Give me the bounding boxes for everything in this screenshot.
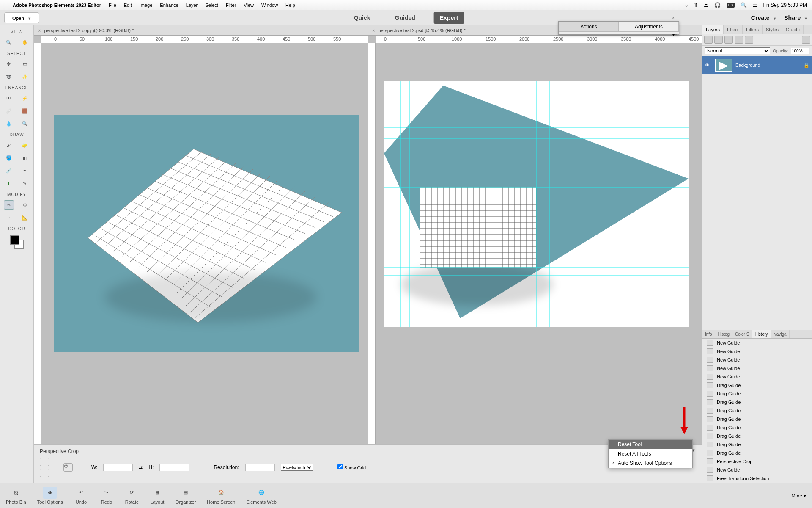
mask-icon[interactable] [735, 36, 743, 44]
zoom-tool-icon[interactable]: 🔍 [4, 38, 14, 47]
menu-select[interactable]: Select [205, 3, 218, 8]
history-item[interactable]: Drag Guide [702, 406, 812, 415]
history-item[interactable]: New Guide [702, 466, 812, 474]
canvas-1[interactable] [41, 43, 368, 500]
home-screen-button[interactable]: 🏠Home Screen [207, 487, 235, 505]
control-center-icon[interactable]: ☰ [753, 2, 757, 8]
hand-tool-icon[interactable]: ✋ [20, 38, 30, 47]
history-item[interactable]: Drag Guide [702, 415, 812, 423]
menu-reset-all-tools[interactable]: Reset All Tools [609, 449, 692, 458]
history-item[interactable]: Drag Guide [702, 432, 812, 440]
history-item[interactable]: Drag Guide [702, 423, 812, 432]
width-input[interactable] [103, 464, 133, 471]
bucket-tool-icon[interactable]: 🪣 [4, 153, 14, 163]
eye-tool-icon[interactable]: 👁 [4, 94, 14, 103]
tool-options-button[interactable]: 🛠Tool Options [37, 487, 63, 505]
text-tool-icon[interactable]: T [4, 179, 14, 188]
spot-heal-tool-icon[interactable]: 🩹 [4, 106, 14, 116]
bluetooth-icon[interactable]: ⌵ [685, 2, 688, 8]
spotlight-icon[interactable]: 🔍 [741, 2, 747, 8]
menu-layer[interactable]: Layer [186, 3, 198, 8]
history-item[interactable]: Drag Guide [702, 440, 812, 449]
tab-adjustments[interactable]: Adjustments [619, 22, 679, 32]
tab-navigator[interactable]: Naviga [771, 330, 790, 338]
menu-view[interactable]: View [244, 3, 254, 8]
close-icon[interactable]: × [672, 16, 675, 20]
recompose-tool-icon[interactable]: ⚙ [20, 200, 30, 210]
undo-button[interactable]: ↶Undo [74, 487, 88, 505]
wifi-icon[interactable]: ⥣ [694, 2, 698, 8]
lasso-tool-icon[interactable]: ➰ [4, 72, 14, 81]
tab-styles[interactable]: Styles [763, 25, 782, 34]
open-button[interactable]: Open▼ [4, 12, 39, 23]
organizer-button[interactable]: ▤Organizer [176, 487, 196, 505]
move-tool-icon[interactable]: ✥ [4, 59, 14, 69]
floating-panel[interactable]: × Actions Adjustments ▾≡ [558, 21, 679, 35]
magic-wand-tool-icon[interactable]: ✨ [20, 72, 30, 81]
brush-tool-icon[interactable]: 🖌 [4, 141, 14, 150]
tab-color-swatches[interactable]: Color S [732, 330, 752, 338]
tab-histogram[interactable]: Histog [715, 330, 732, 338]
clock[interactable]: Fri Sep 29 5:33 PM [763, 2, 807, 8]
new-group-icon[interactable] [714, 36, 723, 44]
gear-icon[interactable]: ⚙ [63, 463, 73, 472]
show-grid-checkbox[interactable]: Show Grid [337, 464, 366, 471]
resolution-input[interactable] [245, 464, 275, 471]
lock-icon[interactable] [745, 36, 753, 44]
swap-icon[interactable]: ⇄ [139, 465, 143, 470]
history-item[interactable]: Perspective Crop [702, 457, 812, 466]
history-item[interactable]: New Guide [702, 339, 812, 347]
history-item[interactable]: Drag Guide [702, 398, 812, 406]
history-item[interactable]: Drag Guide [702, 389, 812, 398]
teeth-tool-icon[interactable]: ⚡ [20, 94, 30, 103]
more-button[interactable]: More ▾ [792, 493, 806, 499]
marquee-tool-icon[interactable]: ▭ [20, 59, 30, 69]
visibility-icon[interactable]: 👁 [705, 63, 712, 68]
mode-guided[interactable]: Guided [389, 12, 421, 24]
history-item[interactable]: New Guide [702, 373, 812, 381]
menu-enhance[interactable]: Enhance [160, 3, 178, 8]
close-icon[interactable]: × [372, 28, 375, 33]
share-button[interactable]: Share ▼ [784, 14, 808, 21]
shape-tool-icon[interactable]: ✦ [20, 166, 30, 175]
tab-actions[interactable]: Actions [559, 22, 619, 32]
perspective-crop-icon[interactable] [40, 469, 49, 477]
history-item[interactable]: New Guide [702, 356, 812, 364]
height-input[interactable] [159, 464, 189, 471]
layout-button[interactable]: ▦Layout [150, 487, 165, 505]
elements-web-button[interactable]: 🌐Elements Web [246, 487, 276, 505]
menu-window[interactable]: Window [261, 3, 278, 8]
redo-button[interactable]: ↷Redo [99, 487, 114, 505]
crop-icon[interactable] [40, 458, 49, 466]
app-name[interactable]: Adobe Photoshop Elements 2023 Editor [13, 3, 101, 8]
tab-history[interactable]: History [752, 330, 771, 338]
tab-layers[interactable]: Layers [702, 25, 724, 34]
trash-icon[interactable] [802, 36, 810, 44]
menu-image[interactable]: Image [140, 3, 153, 8]
create-button[interactable]: Create ▼ [751, 14, 776, 21]
opacity-input[interactable] [791, 48, 809, 54]
doc1-tab[interactable]: ×perspective test 2 copy @ 90.3% (RGB/8)… [34, 25, 368, 36]
photo-bin-button[interactable]: 🖼Photo Bin [6, 487, 26, 505]
color-swatch[interactable] [10, 235, 24, 249]
tab-effects[interactable]: Effect [724, 25, 743, 34]
menu-reset-tool[interactable]: Reset Tool [609, 440, 692, 449]
crop-tool-icon[interactable]: ✂ [4, 200, 14, 210]
input-icon[interactable]: US [727, 3, 735, 8]
ruler-vertical[interactable] [368, 43, 376, 500]
canvas-2[interactable] [376, 43, 702, 500]
menu-file[interactable]: File [109, 3, 116, 8]
layer-thumbnail[interactable] [715, 59, 732, 72]
blend-mode-select[interactable]: Normal [705, 47, 770, 54]
eyedropper-tool-icon[interactable]: 💉 [4, 166, 14, 175]
menu-edit[interactable]: Edit [124, 3, 132, 8]
sponge-tool-icon[interactable]: 🔍 [20, 119, 30, 128]
adjustment-layer-icon[interactable] [724, 36, 733, 44]
straighten-tool-icon[interactable]: 📐 [20, 213, 30, 222]
tab-graphics[interactable]: Graphi [782, 25, 804, 34]
headphones-icon[interactable]: 🎧 [714, 2, 721, 8]
clone-tool-icon[interactable]: 🟫 [20, 106, 30, 116]
blur-tool-icon[interactable]: 💧 [4, 119, 14, 128]
content-aware-tool-icon[interactable]: ↔ [4, 213, 14, 222]
ruler-horizontal[interactable]: 050100150200250300350400450500550 [41, 36, 368, 43]
